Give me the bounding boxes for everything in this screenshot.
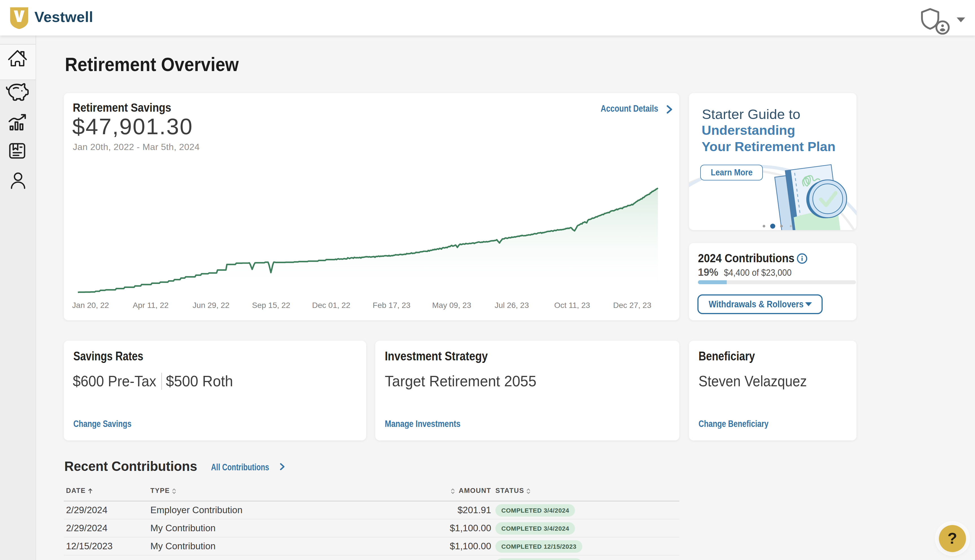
svg-text:Feb 17, 23: Feb 17, 23	[372, 301, 410, 310]
svg-text:Apr 11, 22: Apr 11, 22	[132, 301, 168, 310]
svg-text:Sep 15, 22: Sep 15, 22	[252, 301, 290, 310]
svg-text:Dec 27, 23: Dec 27, 23	[613, 301, 651, 310]
svg-text:May 09, 23: May 09, 23	[432, 301, 471, 310]
svg-text:Jul 26, 23: Jul 26, 23	[494, 301, 528, 310]
svg-text:Jan 20, 22: Jan 20, 22	[72, 301, 109, 310]
svg-text:Dec 01, 22: Dec 01, 22	[312, 301, 350, 310]
svg-text:Oct 11, 23: Oct 11, 23	[554, 301, 589, 310]
svg-text:Jun 29, 22: Jun 29, 22	[192, 301, 229, 310]
